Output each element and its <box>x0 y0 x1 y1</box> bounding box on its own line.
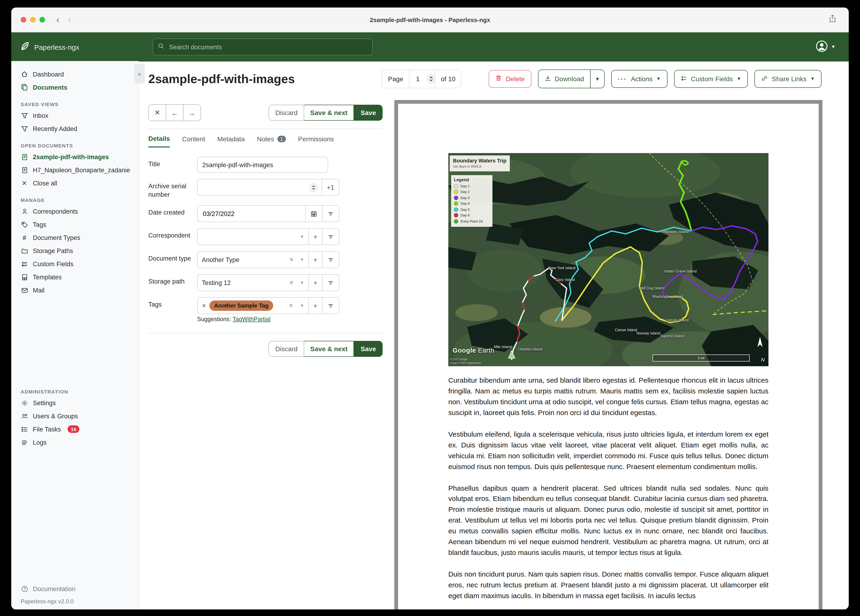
discard-button[interactable]: Discard <box>269 105 304 121</box>
sidebar-item-settings[interactable]: Settings <box>11 396 138 409</box>
sidebar-item-templates[interactable]: Templates <box>11 270 138 284</box>
zoom-window-button[interactable] <box>39 17 45 22</box>
document-type-filter-icon[interactable] <box>322 252 339 268</box>
storage-path-filter-icon[interactable] <box>322 275 339 291</box>
close-window-button[interactable] <box>20 17 26 22</box>
correspondent-select[interactable]: ▼ <box>198 229 308 245</box>
save-button[interactable]: Save <box>354 105 383 121</box>
share-icon[interactable] <box>829 14 836 25</box>
tab-content[interactable]: Content <box>182 135 205 148</box>
date-created-input[interactable] <box>202 210 301 218</box>
date-filter-icon[interactable] <box>322 206 339 222</box>
brand[interactable]: Paperless-ngx <box>11 41 139 53</box>
save-next-button[interactable]: Save & next <box>304 105 354 121</box>
asn-plus-one-button[interactable]: +1 <box>322 179 339 195</box>
map-scalebar: 3 mi <box>653 355 750 361</box>
sidebar-item-documents[interactable]: Documents <box>11 81 138 94</box>
calendar-icon[interactable] <box>305 206 322 222</box>
open-documents-header: OPEN DOCUMENTS <box>20 143 138 148</box>
clear-icon[interactable]: ✕ <box>289 256 294 263</box>
browser-forward-icon[interactable]: › <box>68 14 71 25</box>
browser-back-icon[interactable]: ‹ <box>56 14 60 25</box>
brand-name: Paperless-ngx <box>34 43 79 51</box>
sidebar-item-correspondents[interactable]: Correspondents <box>11 205 138 218</box>
page-stepper[interactable] <box>427 75 435 83</box>
save-group-bottom: Discard Save & next Save <box>269 341 383 357</box>
save-button[interactable]: Save <box>354 341 383 357</box>
asn-input[interactable] <box>202 183 307 191</box>
caret-down-icon: ▼ <box>300 258 304 262</box>
tags-add-button[interactable]: + <box>308 298 322 314</box>
tab-details[interactable]: Details <box>148 135 170 148</box>
remove-tag-icon[interactable]: ✕ <box>202 303 206 309</box>
sidebar-item-inbox[interactable]: Inbox <box>11 109 138 122</box>
sidebar-item-users-groups[interactable]: Users & Groups <box>11 409 138 423</box>
document-preview-pane[interactable]: Boundary Waters Trip Six days in BWCA Le… <box>394 100 822 610</box>
page-number-input[interactable] <box>415 75 424 83</box>
map-title: Boundary Waters Trip <box>453 158 507 163</box>
sidebar-item-logs[interactable]: Logs <box>11 436 138 449</box>
caret-down-icon: ▼ <box>300 234 304 239</box>
download-button[interactable]: Download <box>538 70 590 88</box>
discard-button[interactable]: Discard <box>269 341 304 357</box>
sidebar-item-tags[interactable]: Tags <box>11 218 138 231</box>
share-links-button[interactable]: Share Links ▼ <box>754 70 821 88</box>
correspondent-filter-icon[interactable] <box>322 229 339 245</box>
tags-filter-icon[interactable] <box>322 298 339 314</box>
sidebar-item-dashboard[interactable]: Dashboard <box>11 68 138 81</box>
map-image: Boundary Waters Trip Six days in BWCA Le… <box>448 153 769 366</box>
sidebar-item-mail[interactable]: Mail <box>11 284 138 297</box>
storage-path-add-button[interactable]: + <box>308 275 322 291</box>
sidebar-item-documentation[interactable]: Documentation <box>11 582 138 596</box>
title-input[interactable] <box>197 157 328 173</box>
tab-notes[interactable]: Notes 1 <box>257 135 286 148</box>
caret-down-icon: ▼ <box>300 281 304 285</box>
tab-metadata[interactable]: Metadata <box>217 135 245 148</box>
sidebar-item-label: Correspondents <box>33 208 78 215</box>
sidebar-item-document-types[interactable]: # Document Types <box>11 231 138 244</box>
sidebar-item-file-tasks[interactable]: File Tasks 16 <box>11 423 138 436</box>
global-search[interactable] <box>152 39 373 55</box>
sidebar-collapse-button[interactable]: « <box>134 64 144 83</box>
suggestion-link[interactable]: TagWithPartial <box>232 316 270 323</box>
document-type-add-button[interactable]: + <box>308 252 322 268</box>
save-next-button[interactable]: Save & next <box>304 341 354 357</box>
download-caret-button[interactable]: ▼ <box>590 70 604 88</box>
previous-document-button[interactable]: ← <box>166 105 183 121</box>
correspondent-add-button[interactable]: + <box>308 229 322 245</box>
download-split-button: Download ▼ <box>538 69 605 88</box>
clear-icon[interactable]: ✕ <box>289 303 293 309</box>
tags-select[interactable]: ✕ Another Sample Tag ✕ ▼ <box>198 298 308 314</box>
next-document-button[interactable]: → <box>183 105 201 121</box>
paragraph: Duis non tincidunt purus. Nam quis sapie… <box>448 569 769 602</box>
tab-permissions[interactable]: Permissions <box>298 135 334 148</box>
user-menu[interactable]: ▼ <box>815 40 836 54</box>
sidebar-item-recently-added[interactable]: Recently Added <box>11 122 138 135</box>
clear-icon[interactable]: ✕ <box>289 280 294 286</box>
home-icon <box>20 71 28 78</box>
sidebar-item-storage-paths[interactable]: Storage Paths <box>11 244 138 257</box>
sidebar-item-custom-fields[interactable]: Custom Fields <box>11 257 138 270</box>
date-created-group <box>197 206 339 222</box>
legend-label: Day 2 <box>460 190 470 194</box>
minimize-window-button[interactable] <box>30 17 36 22</box>
sidebar-item-open-doc-2[interactable]: H7_Napoleon_Bonaparte_zadanie <box>11 163 138 176</box>
sidebar-item-close-all[interactable]: ✕ Close all <box>11 176 138 190</box>
legend-label: Day 6 <box>460 213 470 217</box>
sidebar-item-open-doc-1[interactable]: 2sample-pdf-with-images <box>11 150 138 163</box>
actions-button[interactable]: ··· Actions ▼ <box>611 70 667 88</box>
document-type-select[interactable]: Another Type ✕ ▼ <box>198 252 308 268</box>
tags-group: ✕ Another Sample Tag ✕ ▼ + <box>197 297 339 314</box>
close-icon: ✕ <box>20 179 28 187</box>
asn-stepper[interactable] <box>310 183 317 191</box>
search-input[interactable] <box>168 43 367 51</box>
sidebar-item-label: Storage Paths <box>33 247 73 254</box>
custom-fields-button[interactable]: Custom Fields ▼ <box>674 70 748 88</box>
delete-button[interactable]: Delete <box>489 70 531 88</box>
tag-chip[interactable]: Another Sample Tag <box>209 301 273 311</box>
mail-icon <box>20 286 28 294</box>
legend-item: Entry Point 24 <box>454 219 490 223</box>
storage-path-select[interactable]: Testing 12 ✕ ▼ <box>198 275 308 291</box>
task-list-icon <box>20 425 28 433</box>
close-document-button[interactable]: ✕ <box>149 105 166 121</box>
